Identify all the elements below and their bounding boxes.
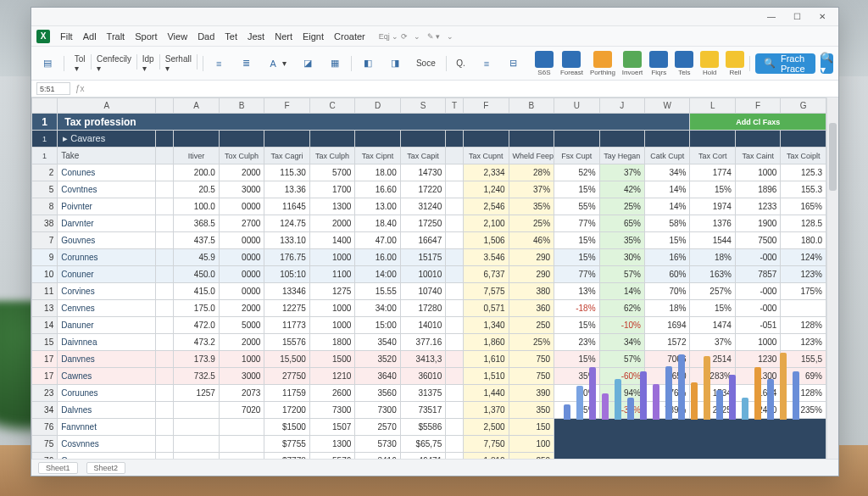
cell[interactable]: 1376 <box>690 215 735 232</box>
cell[interactable]: 2,100 <box>464 215 509 232</box>
cell[interactable]: 58% <box>645 215 690 232</box>
cell[interactable]: 15% <box>554 249 599 266</box>
cell[interactable]: 7500 <box>735 232 780 249</box>
cell[interactable]: Conunes <box>58 164 156 181</box>
cell[interactable]: 75 <box>32 436 58 453</box>
cell[interactable]: Tax Cupnt <box>464 148 509 164</box>
cell[interactable] <box>446 368 464 385</box>
cell[interactable]: $7778 <box>264 453 309 460</box>
column-header[interactable]: S <box>400 98 445 114</box>
cell[interactable] <box>446 317 464 334</box>
cell[interactable]: 25% <box>509 215 554 232</box>
cell[interactable]: 1507 <box>309 419 354 436</box>
menu-item-croater[interactable]: Croater <box>329 30 370 43</box>
cell[interactable]: Corvnner <box>58 453 156 460</box>
tb-align3[interactable]: ≡ <box>476 54 498 73</box>
cell[interactable]: 13.00 <box>355 198 400 215</box>
cell[interactable]: 16% <box>645 249 690 266</box>
cell[interactable]: -000 <box>735 300 780 317</box>
cell[interactable]: Cenvnes <box>58 300 156 317</box>
cell[interactable] <box>219 453 264 460</box>
cell[interactable]: 124.75 <box>264 215 309 232</box>
cell[interactable] <box>446 402 464 419</box>
cell[interactable]: 100.0 <box>174 198 219 215</box>
cell[interactable]: 2 <box>32 164 58 181</box>
cell[interactable] <box>645 131 690 148</box>
cell[interactable]: 37% <box>509 181 554 198</box>
cell[interactable]: Darvnter <box>58 215 156 232</box>
cell[interactable]: 123% <box>781 266 826 283</box>
cell[interactable]: 15 <box>32 334 58 351</box>
cell[interactable]: Tax Coiplt <box>781 148 826 164</box>
tb-fill[interactable]: ◪ <box>297 54 319 73</box>
cell[interactable]: 1,340 <box>464 317 509 334</box>
cell[interactable] <box>156 453 174 460</box>
cell[interactable]: Tox Culph <box>219 148 264 164</box>
tb-cenfecily[interactable]: Cenfecily ▾ <box>92 54 136 73</box>
cell[interactable]: 1,610 <box>464 351 509 368</box>
cell[interactable]: 100 <box>509 436 554 453</box>
cell[interactable]: 360 <box>509 300 554 317</box>
cell[interactable]: 10010 <box>400 266 445 283</box>
cell[interactable]: 13 <box>32 300 58 317</box>
cell[interactable]: 15% <box>554 232 599 249</box>
cell[interactable] <box>446 419 464 436</box>
cell[interactable]: 472.0 <box>174 317 219 334</box>
cell[interactable]: 7020 <box>219 402 264 419</box>
cell[interactable]: 34 <box>32 402 58 419</box>
cell[interactable] <box>554 131 599 148</box>
cell[interactable]: 11645 <box>264 198 309 215</box>
cell[interactable]: 2,546 <box>464 198 509 215</box>
column-header[interactable] <box>156 98 174 114</box>
cell[interactable]: Fanvnnet <box>58 419 156 436</box>
cell[interactable]: $65,75 <box>400 436 445 453</box>
cell[interactable]: 14% <box>599 283 644 300</box>
cell[interactable]: 1694 <box>645 317 690 334</box>
cell[interactable]: 3000 <box>219 181 264 198</box>
cell[interactable]: 173.9 <box>174 351 219 368</box>
cell[interactable]: 125.3 <box>781 164 826 181</box>
cell[interactable]: 3640 <box>355 368 400 385</box>
cell[interactable] <box>156 249 174 266</box>
cell[interactable]: 17200 <box>264 402 309 419</box>
cell[interactable]: 176.75 <box>264 249 309 266</box>
cell[interactable]: $7755 <box>264 436 309 453</box>
tb-misc[interactable]: ◧ <box>357 54 379 73</box>
cell[interactable]: 34:00 <box>355 300 400 317</box>
cell[interactable]: 20.5 <box>174 181 219 198</box>
cell[interactable]: 18.00 <box>355 164 400 181</box>
cell[interactable] <box>156 385 174 402</box>
cell[interactable]: 55% <box>554 198 599 215</box>
cell[interactable]: 0000 <box>219 266 264 283</box>
cell[interactable]: 115.30 <box>264 164 309 181</box>
cell[interactable]: 2000 <box>219 334 264 351</box>
cell[interactable]: 10740 <box>400 283 445 300</box>
cell[interactable]: Corvines <box>58 283 156 300</box>
tool-tels[interactable]: Tels <box>675 51 693 76</box>
cell[interactable] <box>446 198 464 215</box>
cell[interactable]: 2,500 <box>464 419 509 436</box>
cell[interactable]: 2000 <box>309 215 354 232</box>
cell[interactable]: 3000 <box>219 368 264 385</box>
cell[interactable]: 8 <box>32 198 58 215</box>
cell[interactable] <box>446 266 464 283</box>
cell[interactable]: 1500 <box>309 351 354 368</box>
cell[interactable]: 77% <box>554 266 599 283</box>
spreadsheet-grid[interactable]: AABFCDSTFBUJWLFG 1Tax professionAdd Cl F… <box>31 98 826 459</box>
cell[interactable]: 70% <box>645 283 690 300</box>
cell[interactable]: Danvnes <box>58 351 156 368</box>
tb-new[interactable]: ▤ <box>36 54 58 73</box>
tb-misc2[interactable]: ◨ <box>384 54 406 73</box>
column-header[interactable]: W <box>645 98 690 114</box>
cell[interactable]: Take <box>58 148 156 164</box>
cell[interactable]: 732.5 <box>174 368 219 385</box>
column-header[interactable]: F <box>735 98 780 114</box>
cell[interactable]: 11 <box>32 283 58 300</box>
cell[interactable]: 250 <box>509 453 554 460</box>
cell[interactable]: 750 <box>509 351 554 368</box>
cell[interactable] <box>446 181 464 198</box>
cell[interactable]: 105:10 <box>264 266 309 283</box>
cell[interactable]: 15% <box>554 317 599 334</box>
cell[interactable]: 1000 <box>309 300 354 317</box>
cell[interactable] <box>156 351 174 368</box>
